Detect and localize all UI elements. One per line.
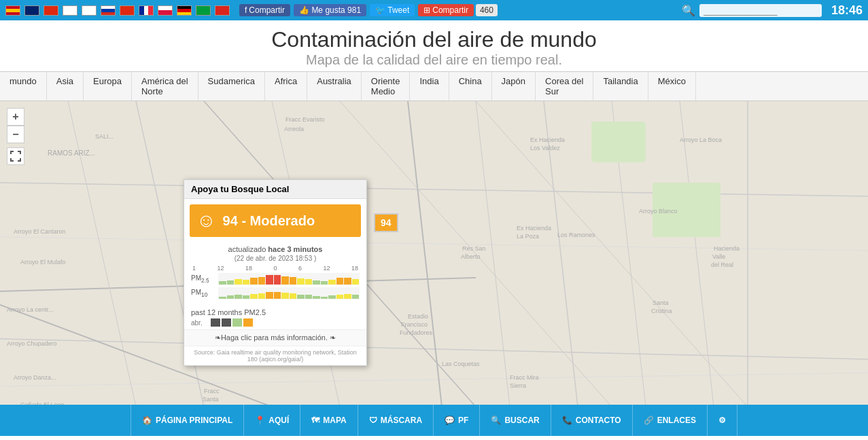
home-icon: 🏠: [142, 416, 152, 425]
enlaces-label: ENLACES: [657, 416, 696, 425]
aqi-value-text: 94 - Moderado: [223, 213, 315, 229]
search-area: 🔍: [682, 4, 822, 17]
map-controls: + −: [7, 108, 24, 165]
bottom-enlaces-button[interactable]: 🔗 ENLACES: [633, 405, 708, 436]
bottom-home-button[interactable]: 🏠 PÁGINA PRINCIPAL: [131, 405, 244, 436]
tab-india[interactable]: India: [410, 72, 449, 100]
aqui-label: AQUÍ: [268, 416, 289, 425]
share-count: 460: [476, 4, 498, 16]
popup-source: Source: Gaia realtime air quality monito…: [184, 346, 366, 365]
svg-text:Fracc Evaristo: Fracc Evaristo: [285, 116, 325, 123]
flag-de[interactable]: [177, 5, 192, 16]
flag-jp[interactable]: [63, 5, 77, 16]
svg-text:Arroyo Chupadero: Arroyo Chupadero: [7, 340, 57, 347]
flag-pl[interactable]: [158, 5, 173, 16]
settings-icon: ⚙: [718, 416, 726, 425]
mascara-label: MÁSCARA: [381, 416, 422, 425]
tab-mundo[interactable]: mundo: [0, 72, 47, 100]
svg-text:Las Coquetas: Las Coquetas: [442, 361, 480, 367]
info-link[interactable]: ❧Haga clic para más información. ❧: [184, 329, 366, 346]
map-container[interactable]: RAMOS ARIZ... Arroyo El Cantaron Arroyo …: [0, 101, 868, 405]
popup-title: Apoya tu Bosque Local: [184, 180, 366, 199]
fb-share-label: Compartir: [249, 5, 285, 15]
svg-text:Sierra: Sierra: [510, 382, 526, 389]
bottom-buscar-button[interactable]: 🔍 BUSCAR: [480, 405, 551, 436]
bottom-mapa-button[interactable]: 🗺 MAPA: [300, 405, 358, 436]
tab-asia[interactable]: Asia: [47, 72, 84, 100]
flag-es[interactable]: [5, 5, 20, 16]
fullscreen-button[interactable]: [7, 147, 24, 165]
station-popup: Apoya tu Bosque Local ☺ 94 - Moderado ac…: [184, 179, 367, 366]
svg-text:Alberto: Alberto: [461, 253, 481, 260]
flag-kr[interactable]: [82, 5, 97, 16]
svg-text:La Poza: La Poza: [517, 233, 539, 240]
flag-br[interactable]: [196, 5, 211, 16]
svg-text:Fundadores: Fundadores: [400, 329, 433, 336]
svg-text:Fracc: Fracc: [204, 388, 220, 395]
svg-text:Valle: Valle: [712, 253, 725, 260]
pm10-label: PM10: [191, 289, 215, 298]
pm25-row: PM2.5: [191, 273, 360, 285]
tweet-button[interactable]: 🐦 Tweet: [370, 4, 415, 16]
flag-cn[interactable]: [44, 5, 58, 16]
share-icon: ⊞: [423, 5, 430, 15]
bottom-pf-button[interactable]: 💬 PF: [434, 405, 480, 436]
home-label: PÁGINA PRINCIPAL: [156, 416, 232, 425]
svg-text:Res San: Res San: [462, 245, 486, 252]
top-bar: f Compartir 👍 Me gusta 981 🐦 Tweet ⊞ Com…: [0, 0, 868, 20]
svg-rect-19: [591, 122, 646, 162]
tab-america-norte[interactable]: América delNorte: [132, 72, 198, 100]
svg-text:Francisco: Francisco: [401, 321, 428, 328]
aqi-marker[interactable]: 94: [374, 213, 398, 232]
flag-vn[interactable]: [215, 5, 230, 16]
tab-australia[interactable]: Australia: [307, 72, 362, 100]
bottom-mascara-button[interactable]: 🛡 MÁSCARA: [358, 405, 434, 436]
tab-africa[interactable]: Africa: [265, 72, 307, 100]
svg-text:Hacienda: Hacienda: [714, 245, 740, 252]
like-count: 981: [347, 5, 361, 15]
popup-date: (22 de abr. de 2023 18:53 ): [184, 255, 366, 262]
past-months: past 12 months PM2.5 abr.: [184, 306, 366, 329]
links-icon: 🔗: [644, 416, 654, 425]
past-months-label: past 12 months PM2.5: [191, 308, 266, 316]
share-label: Compartir: [432, 5, 468, 15]
search-icon: 🔍: [682, 4, 695, 17]
tab-oriente-medio[interactable]: OrienteMedio: [362, 72, 411, 100]
chat-icon: 💬: [445, 416, 455, 425]
bottom-settings-button[interactable]: ⚙: [708, 405, 737, 436]
share-button[interactable]: ⊞ Compartir: [418, 4, 474, 16]
month-label: abr.: [191, 319, 208, 327]
svg-text:Los Valdez: Los Valdez: [530, 145, 560, 151]
page-subtitle: Mapa de la calidad del aire en tiempo re…: [0, 52, 868, 68]
map-icon: 🗺: [311, 416, 319, 425]
tab-europa[interactable]: Europa: [84, 72, 132, 100]
title-area: Contaminación del aire de mundo Mapa de …: [0, 20, 868, 71]
tweet-label: Tweet: [387, 5, 409, 15]
tab-corea-sur[interactable]: Corea delSur: [536, 72, 593, 100]
contacto-label: CONTACTO: [576, 416, 621, 425]
tab-japon[interactable]: Japón: [492, 72, 536, 100]
tab-tailandia[interactable]: Tailandia: [593, 72, 648, 100]
flag-fr[interactable]: [139, 5, 154, 16]
svg-text:Arroyo El Mulafo: Arroyo El Mulafo: [20, 259, 66, 265]
tab-mexico[interactable]: México: [648, 72, 696, 100]
tab-sudamerica[interactable]: Sudamerica: [198, 72, 265, 100]
flag-hk[interactable]: [120, 5, 135, 16]
svg-text:Santa: Santa: [653, 299, 669, 306]
svg-text:Arroyo Danza...: Arroyo Danza...: [14, 374, 56, 381]
bottom-contacto-button[interactable]: 📞 CONTACTO: [551, 405, 633, 436]
flag-uk[interactable]: [24, 5, 39, 16]
svg-text:Arroyo Blanco: Arroyo Blanco: [639, 208, 678, 215]
month-colors: [211, 318, 253, 327]
zoom-in-button[interactable]: +: [7, 108, 24, 126]
zoom-out-button[interactable]: −: [7, 126, 24, 143]
search-input[interactable]: [699, 4, 822, 17]
flag-ru[interactable]: [101, 5, 116, 16]
location-icon: 📍: [255, 416, 265, 425]
like-button[interactable]: 👍 Me gusta 981: [294, 4, 366, 16]
fb-share-button[interactable]: f Compartir: [239, 4, 290, 16]
svg-text:RAMOS ARIZ...: RAMOS ARIZ...: [48, 149, 95, 157]
bottom-aqui-button[interactable]: 📍 AQUÍ: [244, 405, 300, 436]
tab-china[interactable]: China: [449, 72, 492, 100]
mapa-label: MAPA: [323, 416, 346, 425]
